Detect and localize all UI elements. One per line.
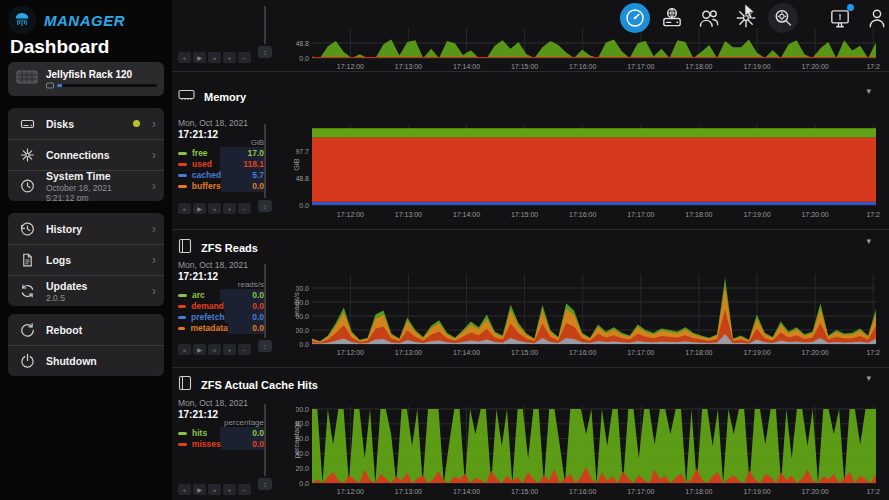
zoom-in-button[interactable]: + bbox=[223, 484, 236, 495]
zoom-out-button[interactable]: − bbox=[238, 203, 251, 214]
legend-row-misses[interactable]: misses0.0 bbox=[178, 439, 266, 449]
panel-separator bbox=[172, 229, 889, 230]
slider-handle[interactable]: ↕ bbox=[258, 200, 272, 212]
sidebar-item-shutdown[interactable]: Shutdown bbox=[8, 345, 164, 376]
slider-handle[interactable]: ↕ bbox=[258, 340, 272, 352]
sidebar-item-reboot[interactable]: Reboot bbox=[8, 314, 164, 345]
play-button[interactable]: ▶ bbox=[193, 203, 206, 214]
play-button[interactable]: ▶ bbox=[193, 484, 206, 495]
panel-header-cache-hits[interactable]: ZFS Actual Cache Hits bbox=[178, 375, 318, 395]
users-icon[interactable] bbox=[694, 3, 724, 33]
slider-track[interactable] bbox=[264, 264, 266, 338]
alerts-monitor-icon[interactable]: ! bbox=[825, 3, 855, 33]
chart-memory[interactable]: 17:12:0017:13:0017:14:0017:15:0017:16:00… bbox=[296, 123, 886, 220]
slider-track[interactable] bbox=[264, 6, 266, 44]
legend-row-buffers[interactable]: buffers0.0 bbox=[178, 181, 266, 191]
zoom-in-button[interactable]: + bbox=[223, 203, 236, 214]
legend-row-arc[interactable]: arc0.0 bbox=[178, 290, 266, 300]
zoom-out-button[interactable]: − bbox=[238, 484, 251, 495]
sidebar-item-disks[interactable]: Disks› bbox=[8, 108, 164, 139]
dashboard-gauge-icon[interactable] bbox=[620, 3, 650, 33]
transport-controls: «▶»+− bbox=[178, 484, 251, 495]
svg-text:0.0: 0.0 bbox=[299, 341, 309, 348]
svg-text:20.0: 20.0 bbox=[296, 465, 309, 472]
svg-text:17:20:00: 17:20:00 bbox=[801, 63, 828, 70]
panel-header-zfs-reads[interactable]: ZFS Reads bbox=[178, 238, 258, 258]
rack-usage bbox=[46, 82, 157, 89]
svg-text:0.0: 0.0 bbox=[299, 480, 309, 487]
connections-icon bbox=[18, 147, 36, 163]
legend-row-metadata[interactable]: metadata0.0 bbox=[178, 323, 266, 333]
legend-row-hits[interactable]: hits0.0 bbox=[178, 428, 266, 438]
history-icon bbox=[18, 221, 36, 237]
forward-button[interactable]: » bbox=[208, 52, 221, 63]
slider-track[interactable] bbox=[264, 404, 266, 476]
legend-label: free bbox=[192, 148, 208, 158]
disk-icon bbox=[18, 116, 36, 132]
legend-row-cached[interactable]: cached5.7 bbox=[178, 170, 266, 180]
panel-separator bbox=[172, 367, 889, 368]
sidebar-item-updates[interactable]: Updates2.0.5› bbox=[8, 275, 164, 306]
sidebar-group: RebootShutdown bbox=[8, 314, 164, 376]
panel-title: Memory bbox=[204, 91, 246, 103]
page-title: Dashboard bbox=[10, 36, 109, 58]
legend-swatch bbox=[178, 432, 187, 435]
collapse-chevron-icon[interactable]: ▾ bbox=[866, 86, 871, 96]
rewind-button[interactable]: « bbox=[178, 203, 191, 214]
svg-text:60.0: 60.0 bbox=[296, 435, 309, 442]
legend-label: buffers bbox=[192, 181, 221, 191]
svg-text:17:19:00: 17:19:00 bbox=[743, 63, 770, 70]
sidebar-item-system-time[interactable]: System TimeOctober 18, 2021 5:21:12 pm› bbox=[8, 170, 164, 201]
legend-row-free[interactable]: free17.0 bbox=[178, 148, 266, 158]
forward-button[interactable]: » bbox=[208, 203, 221, 214]
play-button[interactable]: ▶ bbox=[193, 344, 206, 355]
svg-text:17:16:00: 17:16:00 bbox=[569, 349, 596, 356]
usage-bar-fill bbox=[57, 84, 62, 87]
svg-text:17:16:00: 17:16:00 bbox=[569, 211, 596, 218]
play-button[interactable]: ▶ bbox=[193, 52, 206, 63]
sidebar: MANAGER Dashboard Jellyfish Rack 120 bbox=[0, 0, 172, 500]
settings-search-icon[interactable] bbox=[768, 3, 798, 33]
forward-button[interactable]: » bbox=[208, 344, 221, 355]
legend-row-prefetch[interactable]: prefetch0.0 bbox=[178, 312, 266, 322]
legend-value: 0.0 bbox=[221, 438, 266, 450]
chart-cache-hits[interactable]: 17:12:0017:13:0017:14:0017:15:0017:16:00… bbox=[296, 404, 886, 497]
sidebar-item-subtitle: 2.0.5 bbox=[46, 293, 142, 303]
legend-row-used[interactable]: used118.1 bbox=[178, 159, 266, 169]
zoom-in-button[interactable]: + bbox=[223, 52, 236, 63]
svg-text:17:14:00: 17:14:00 bbox=[453, 488, 480, 495]
sidebar-item-logs[interactable]: Logs› bbox=[8, 244, 164, 275]
zoom-in-button[interactable]: + bbox=[223, 344, 236, 355]
chevron-right-icon: › bbox=[152, 222, 156, 236]
chart-top-partial[interactable]: 17:12:0017:13:0017:14:0017:15:0017:16:00… bbox=[296, 28, 886, 72]
panel-header-memory[interactable]: Memory bbox=[178, 88, 246, 106]
slider-track[interactable] bbox=[264, 124, 266, 198]
collapse-chevron-icon[interactable]: ▾ bbox=[866, 236, 871, 246]
forward-button[interactable]: » bbox=[208, 484, 221, 495]
rewind-button[interactable]: « bbox=[178, 484, 191, 495]
svg-text:17:20:00: 17:20:00 bbox=[801, 349, 828, 356]
svg-text:17:19:00: 17:19:00 bbox=[743, 349, 770, 356]
account-person-icon[interactable] bbox=[862, 3, 889, 33]
sidebar-item-history[interactable]: History› bbox=[8, 213, 164, 244]
rack-card[interactable]: Jellyfish Rack 120 bbox=[8, 62, 164, 96]
rewind-button[interactable]: « bbox=[178, 344, 191, 355]
slider-handle[interactable]: ↕ bbox=[258, 478, 272, 490]
zoom-out-button[interactable]: − bbox=[238, 52, 251, 63]
chevron-right-icon: › bbox=[152, 253, 156, 267]
memory-icon bbox=[178, 88, 195, 106]
legend-swatch bbox=[178, 174, 187, 177]
disks-rack-icon[interactable] bbox=[657, 3, 687, 33]
legend-row-demand[interactable]: demand0.0 bbox=[178, 301, 266, 311]
svg-text:80.0: 80.0 bbox=[296, 420, 309, 427]
chart-zfs-reads[interactable]: 17:12:0017:13:0017:14:0017:15:0017:16:00… bbox=[296, 266, 886, 358]
svg-text:48.8: 48.8 bbox=[296, 40, 309, 47]
sidebar-item-label: Updates bbox=[46, 280, 142, 292]
rewind-button[interactable]: « bbox=[178, 52, 191, 63]
svg-text:17:14:00: 17:14:00 bbox=[453, 349, 480, 356]
slider-handle[interactable]: ↕ bbox=[258, 46, 272, 58]
legend-swatch bbox=[178, 152, 187, 155]
sidebar-item-connections[interactable]: Connections› bbox=[8, 139, 164, 170]
collapse-chevron-icon[interactable]: ▾ bbox=[866, 373, 871, 383]
zoom-out-button[interactable]: − bbox=[238, 344, 251, 355]
